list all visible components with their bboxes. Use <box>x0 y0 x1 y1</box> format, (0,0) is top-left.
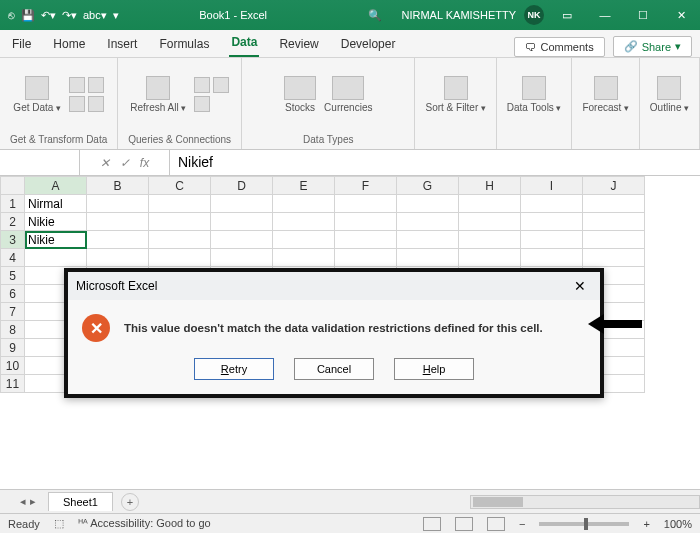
fx-icon[interactable]: fx <box>140 156 149 170</box>
group-queries: Refresh All Queries & Connections <box>118 58 242 149</box>
cancel-entry-icon[interactable]: ✕ <box>100 156 110 170</box>
page-break-view-button[interactable] <box>487 517 505 531</box>
group-outline: Outline <box>640 58 700 149</box>
currencies-button[interactable]: Currencies <box>324 76 372 113</box>
sheet-tab-bar: ◂ ▸ Sheet1 + <box>0 489 700 513</box>
new-sheet-button[interactable]: + <box>121 493 139 511</box>
row-header[interactable]: 11 <box>1 375 25 393</box>
active-cell[interactable]: Nikie <box>25 231 87 249</box>
tab-home[interactable]: Home <box>51 31 87 57</box>
zoom-level[interactable]: 100% <box>664 518 692 530</box>
row-header[interactable]: 2 <box>1 213 25 231</box>
tab-data[interactable]: Data <box>229 29 259 57</box>
group-label: Queries & Connections <box>128 134 231 145</box>
sort-filter-button[interactable]: Sort & Filter <box>425 76 485 113</box>
enter-entry-icon[interactable]: ✓ <box>120 156 130 170</box>
stocks-button[interactable]: Stocks <box>284 76 316 113</box>
col-header[interactable]: F <box>335 177 397 195</box>
cell-mode: Ready <box>8 518 40 530</box>
forecast-button[interactable]: Forecast <box>582 76 628 113</box>
status-bar: Ready ⬚ ᴴᴬ Accessibility: Good to go − +… <box>0 513 700 533</box>
minimize-button[interactable]: — <box>590 3 620 27</box>
zoom-slider[interactable] <box>539 522 629 526</box>
col-header[interactable]: A <box>25 177 87 195</box>
row-header[interactable]: 4 <box>1 249 25 267</box>
cancel-button[interactable]: Cancel <box>294 358 374 380</box>
group-data-tools: Data Tools <box>497 58 573 149</box>
title-bar: ⎋ 💾 ↶▾ ↷▾ abc▾ ▾ Book1 - Excel 🔍 NIRMAL … <box>0 0 700 30</box>
row-header[interactable]: 6 <box>1 285 25 303</box>
redo-icon[interactable]: ↷▾ <box>62 9 77 22</box>
row-header[interactable]: 3 <box>1 231 25 249</box>
tab-review[interactable]: Review <box>277 31 320 57</box>
row-header[interactable]: 10 <box>1 357 25 375</box>
maximize-button[interactable]: ☐ <box>628 3 658 27</box>
group-data-types: Stocks Currencies Data Types <box>242 58 415 149</box>
tab-formulas[interactable]: Formulas <box>157 31 211 57</box>
account-avatar[interactable]: NK <box>524 5 544 25</box>
group-get-transform: Get Data Get & Transform Data <box>0 58 118 149</box>
group-forecast: Forecast <box>572 58 639 149</box>
horizontal-scrollbar[interactable] <box>470 495 700 509</box>
accessibility-status[interactable]: ᴴᴬ Accessibility: Good to go <box>78 517 211 530</box>
refresh-all-button[interactable]: Refresh All <box>130 76 186 113</box>
macro-record-icon[interactable]: ⬚ <box>54 517 64 530</box>
search-icon[interactable]: 🔍 <box>348 9 402 22</box>
dialog-title: Microsoft Excel <box>76 279 157 293</box>
dialog-message: This value doesn't match the data valida… <box>124 322 543 334</box>
tab-developer[interactable]: Developer <box>339 31 398 57</box>
share-button[interactable]: 🔗 Share ▾ <box>613 36 692 57</box>
data-validation-error-dialog: Microsoft Excel ✕ ✕ This value doesn't m… <box>64 268 604 398</box>
annotation-arrow <box>602 320 642 328</box>
row-header[interactable]: 5 <box>1 267 25 285</box>
autosave-toggle[interactable]: ⎋ <box>8 9 15 21</box>
group-label: Data Types <box>303 134 353 145</box>
col-header[interactable]: I <box>521 177 583 195</box>
sheet-nav-prev-icon[interactable]: ◂ <box>20 495 26 508</box>
normal-view-button[interactable] <box>423 517 441 531</box>
col-header[interactable]: J <box>583 177 645 195</box>
comments-button[interactable]: 🗨 Comments <box>514 37 604 57</box>
ribbon-display-button[interactable]: ▭ <box>552 3 582 27</box>
col-header[interactable]: C <box>149 177 211 195</box>
col-header[interactable]: B <box>87 177 149 195</box>
sheet-tab[interactable]: Sheet1 <box>48 492 113 511</box>
zoom-out-button[interactable]: − <box>519 518 525 530</box>
col-header[interactable]: E <box>273 177 335 195</box>
outline-button[interactable]: Outline <box>650 76 689 113</box>
save-icon[interactable]: 💾 <box>21 9 35 22</box>
formula-bar: ✕ ✓ fx Nikief <box>0 150 700 176</box>
row-header[interactable]: 7 <box>1 303 25 321</box>
qat-more-icon[interactable]: abc▾ <box>83 9 107 22</box>
close-window-button[interactable]: ✕ <box>666 3 696 27</box>
get-data-button[interactable]: Get Data <box>13 76 61 113</box>
row-header[interactable]: 9 <box>1 339 25 357</box>
group-sort-filter: Sort & Filter <box>415 58 496 149</box>
undo-icon[interactable]: ↶▾ <box>41 9 56 22</box>
document-title: Book1 - Excel <box>119 9 348 21</box>
row-header[interactable]: 1 <box>1 195 25 213</box>
dialog-close-button[interactable]: ✕ <box>568 276 592 296</box>
cell[interactable]: Nirmal <box>25 195 87 213</box>
select-all-corner[interactable] <box>1 177 25 195</box>
sheet-nav-next-icon[interactable]: ▸ <box>30 495 36 508</box>
get-data-small-buttons[interactable] <box>69 77 104 112</box>
page-layout-view-button[interactable] <box>455 517 473 531</box>
row-header[interactable]: 8 <box>1 321 25 339</box>
tab-file[interactable]: File <box>10 31 33 57</box>
data-tools-button[interactable]: Data Tools <box>507 76 562 113</box>
ribbon: Get Data Get & Transform Data Refresh Al… <box>0 58 700 150</box>
col-header[interactable]: G <box>397 177 459 195</box>
account-name[interactable]: NIRMAL KAMISHETTY <box>402 9 517 21</box>
retry-button[interactable]: Retry <box>194 358 274 380</box>
queries-small-buttons[interactable] <box>194 77 229 112</box>
zoom-in-button[interactable]: + <box>643 518 649 530</box>
name-box[interactable] <box>0 150 80 175</box>
col-header[interactable]: H <box>459 177 521 195</box>
error-icon: ✕ <box>82 314 110 342</box>
cell[interactable]: Nikie <box>25 213 87 231</box>
help-button[interactable]: Help <box>394 358 474 380</box>
col-header[interactable]: D <box>211 177 273 195</box>
formula-input[interactable]: Nikief <box>170 150 700 175</box>
tab-insert[interactable]: Insert <box>105 31 139 57</box>
